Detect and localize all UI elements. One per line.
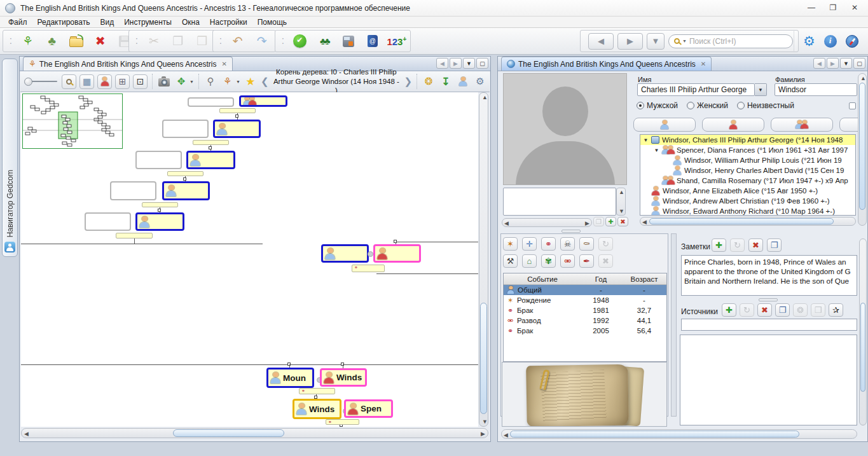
media-button[interactable]: ❂ xyxy=(793,303,808,317)
zoom-magnifier-button[interactable] xyxy=(62,74,76,89)
undo-button[interactable]: ↶ xyxy=(228,32,247,50)
baptism-button[interactable]: ✛ xyxy=(522,237,537,251)
marriage-box[interactable]: ⚭ xyxy=(326,419,359,425)
ancestor-box-empty[interactable] xyxy=(85,212,131,231)
surname-field[interactable]: Windsor xyxy=(775,83,857,96)
refresh-button[interactable]: ↻ xyxy=(598,237,613,251)
events-table[interactable]: Событие Год Возраст Общий--✶Рождение1948… xyxy=(503,273,667,362)
delete-button[interactable]: ✖ xyxy=(748,238,763,252)
back-button[interactable]: ◀ xyxy=(588,33,614,50)
media-horizontal-scrollbar[interactable]: ◀▶ xyxy=(502,218,592,227)
ancestor-box-male[interactable] xyxy=(186,151,235,169)
name-combobox[interactable]: Charles III Philip Arthur George xyxy=(637,83,755,96)
validate-button[interactable] xyxy=(291,32,310,50)
close-file-button[interactable]: ✖ xyxy=(91,32,110,50)
person-sheet-button[interactable] xyxy=(456,74,470,89)
notes-scrollbar-thumb[interactable] xyxy=(860,303,865,392)
address-book-button[interactable] xyxy=(363,32,382,50)
tree-minimap[interactable] xyxy=(22,93,123,149)
rosette-report-button[interactable]: ❂ xyxy=(422,74,436,89)
grandmother-box[interactable] xyxy=(373,244,421,263)
column-event[interactable]: Событие xyxy=(504,275,579,283)
family-list-row[interactable]: Windsor, William Arthur Philip Louis (°2… xyxy=(640,155,855,165)
ancestor-box-male[interactable] xyxy=(239,95,287,107)
bookmark-star-button[interactable]: ★ xyxy=(244,74,258,89)
tabs-scroll-right-button[interactable]: ▶ xyxy=(827,58,839,69)
menu-item[interactable]: Вид xyxy=(95,17,118,27)
previous-root-chevron[interactable]: ❮ xyxy=(261,76,269,87)
residence-button[interactable]: ⌂ xyxy=(522,254,537,268)
add-couple-button[interactable] xyxy=(771,118,833,132)
death-button[interactable]: ☠ xyxy=(560,237,575,251)
splitter-grip[interactable] xyxy=(561,230,581,233)
will-button[interactable]: ✒ xyxy=(579,254,594,268)
menu-item[interactable]: Окна xyxy=(177,17,204,27)
refresh-button[interactable]: ↻ xyxy=(740,303,754,317)
tree-settings-gear-button[interactable]: ⚙ xyxy=(473,74,487,89)
fit-view-button[interactable]: ⊡ xyxy=(133,74,148,89)
menu-item[interactable]: Файл xyxy=(4,17,32,27)
tree-vertical-scrollbar-thumb[interactable] xyxy=(480,303,487,414)
family-list-row[interactable]: Windsor, Henry Charles Albert David (°15… xyxy=(640,165,855,176)
occupation-button[interactable]: ⚒ xyxy=(503,254,518,268)
maximize-panel-button[interactable]: ▢ xyxy=(476,58,488,69)
tree-dropdown-icon[interactable]: ▼ xyxy=(236,79,240,84)
tabs-scroll-left-button[interactable]: ◀ xyxy=(436,58,448,69)
maximize-button[interactable]: ❐ xyxy=(822,1,844,14)
family-list-scrollbar[interactable]: ◀ xyxy=(640,217,856,226)
delete-button[interactable]: ✖ xyxy=(617,217,628,226)
family-list-row[interactable]: ▼Spencer, Diana Frances (°1 Июл 1961 +31… xyxy=(640,145,855,155)
media-title-field[interactable] xyxy=(503,188,616,216)
minimize-button[interactable]: — xyxy=(801,1,822,14)
media-title-scrollbar[interactable]: ▲▼ xyxy=(616,188,626,216)
gender-option[interactable]: Мужской xyxy=(637,101,678,110)
root-person-box[interactable]: Winds xyxy=(293,399,341,419)
family-list-row[interactable]: ▼Windsor, Charles III Philip Arthur Geor… xyxy=(640,135,855,145)
family-list-scrollbar-thumb[interactable] xyxy=(649,218,834,225)
scroll-down-icon[interactable]: ▼ xyxy=(482,418,488,425)
gender-option[interactable]: Женский xyxy=(687,101,728,110)
ancestor-box-empty[interactable] xyxy=(188,97,234,107)
editor-vertical-scrollbar-thumb[interactable] xyxy=(859,83,865,210)
add-female-button[interactable] xyxy=(702,118,764,132)
editor-horizontal-scrollbar-thumb[interactable] xyxy=(510,431,799,438)
zoom-slider[interactable] xyxy=(23,75,59,88)
add-male-button[interactable] xyxy=(633,118,696,132)
open-file-button[interactable] xyxy=(67,32,86,50)
scroll-up-icon[interactable]: ▲ xyxy=(482,94,488,100)
grandfather-box[interactable] xyxy=(321,244,369,263)
name-dropdown-arrow[interactable]: ▼ xyxy=(755,83,767,96)
radio-icon[interactable] xyxy=(637,102,644,109)
add-button[interactable]: ✚ xyxy=(712,238,726,252)
marriage-box[interactable] xyxy=(167,171,203,176)
sources-input-field[interactable] xyxy=(681,319,857,331)
new-individual-button[interactable]: ⚘ xyxy=(18,32,38,50)
tab-tree-view[interactable]: ⚘ The English And British Kings And Quee… xyxy=(23,57,233,71)
expand-button[interactable]: ❐ xyxy=(775,303,790,317)
family-list-row[interactable]: Shand, Camilla Rosemary (°17 Июл 1947 +-… xyxy=(640,176,855,186)
sidebar-tab-gedcom-navigator[interactable]: Навигатор Gedcom xyxy=(2,59,18,257)
radio-icon[interactable] xyxy=(737,102,745,109)
portrait-placeholder[interactable] xyxy=(503,73,627,185)
burial-button[interactable]: ⚰ xyxy=(579,237,594,251)
divorce-button[interactable]: ⚮ xyxy=(560,254,575,268)
sources-list-box[interactable] xyxy=(680,335,857,425)
maximize-panel-button[interactable]: ▢ xyxy=(853,58,865,69)
gender-option[interactable]: Неизвестный xyxy=(737,101,794,110)
scroll-right-icon[interactable]: ▶ xyxy=(481,431,485,437)
splitter-grip[interactable] xyxy=(759,298,778,301)
tabs-scroll-left-button[interactable]: ◀ xyxy=(813,58,825,69)
close-button[interactable]: ✕ xyxy=(844,1,865,14)
ancestor-box-empty[interactable] xyxy=(135,151,182,169)
editor-vertical-scrollbar[interactable]: ▲ xyxy=(858,73,867,226)
editor-horizontal-scrollbar[interactable]: ◀ xyxy=(501,429,857,439)
tree-horizontal-scrollbar-thumb[interactable] xyxy=(173,429,284,437)
notes-vertical-scrollbar[interactable] xyxy=(859,238,867,425)
marriage-box[interactable]: ⚭ xyxy=(299,388,335,394)
fit-button[interactable]: ❐ xyxy=(593,217,604,226)
marriage-box[interactable] xyxy=(142,202,178,207)
event-row[interactable]: ⚭Брак200556,4 xyxy=(504,326,666,336)
privacy-checkbox[interactable] xyxy=(849,102,856,109)
forward-button[interactable]: ▶ xyxy=(617,33,643,50)
mother-box[interactable]: Winds xyxy=(320,368,367,387)
